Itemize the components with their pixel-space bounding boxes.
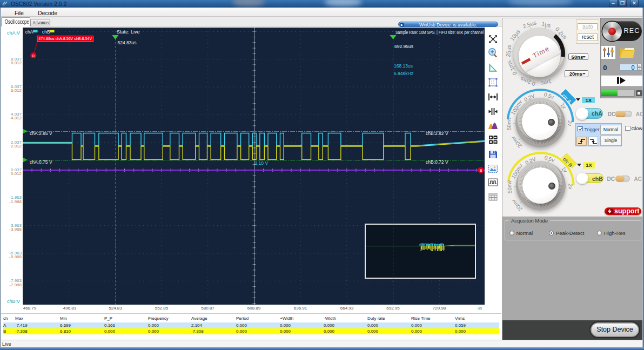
svg-text:474.88us chA:8.56V chB:8.54V: 474.88us chA:8.56V chB:8.54V [38,36,92,41]
svg-text:5.948kHz: 5.948kHz [394,71,413,76]
svg-text:Sample Rate: 10M SPS. | FIFO s: Sample Rate: 10M SPS. | FIFO size: 64K p… [395,30,484,35]
svg-text:2.10 V: 2.10 V [255,160,269,166]
svg-text:chB: chB [42,29,50,35]
svg-text:524.83us: 524.83us [118,40,137,45]
svg-text:State: Live: State: Live [117,29,140,35]
svg-text:chB:2.82 V: chB:2.82 V [426,131,448,136]
svg-text:B: B [480,169,482,172]
svg-text:chA:0.75 V: chA:0.75 V [30,159,52,165]
svg-text:chA: chA [25,29,33,35]
svg-text:0: 0 [32,53,35,58]
svg-text:chB:0.72 V: chB:0.72 V [426,159,448,165]
svg-text:chA:2.85 V: chA:2.85 V [30,131,52,136]
svg-text:168.13us: 168.13us [394,63,413,69]
svg-text:692.95us: 692.95us [394,44,413,49]
